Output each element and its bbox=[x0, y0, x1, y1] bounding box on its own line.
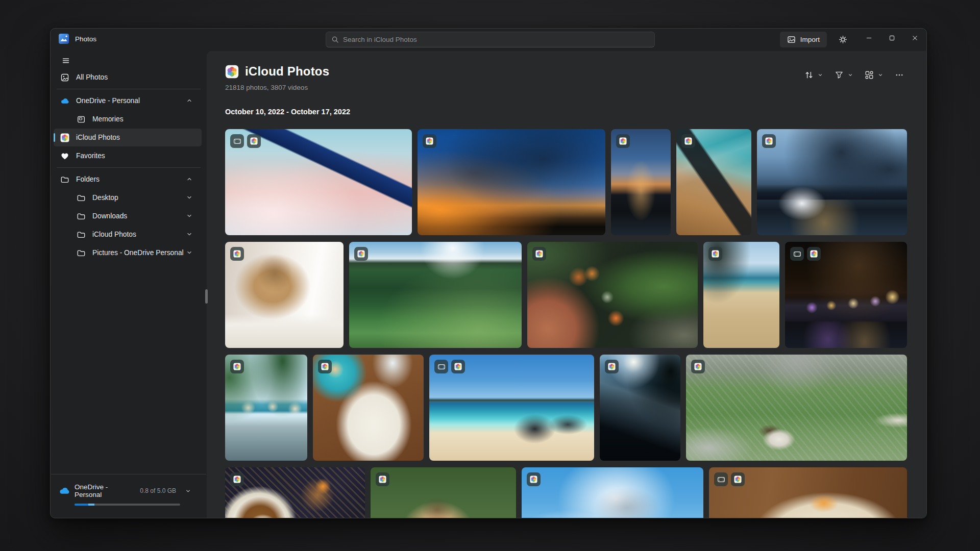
sidebar-item-label: iCloud Photos bbox=[92, 231, 136, 238]
photo-tile[interactable] bbox=[600, 355, 680, 461]
storage-widget: OneDrive - Personal 0.8 of 5.0 GB bbox=[51, 474, 207, 506]
sidebar-item-label: Favorites bbox=[76, 152, 105, 160]
photo-tile[interactable] bbox=[225, 467, 365, 518]
chevron-down-icon bbox=[186, 231, 193, 238]
hamburger-icon bbox=[62, 57, 70, 65]
icloud-badge-icon bbox=[318, 360, 332, 373]
icloud-badge-icon bbox=[762, 134, 776, 148]
sidebar-item-label: Folders bbox=[76, 176, 100, 183]
storage-progress-bar bbox=[75, 504, 180, 506]
photo-badges bbox=[605, 360, 619, 373]
chevron-down-icon bbox=[186, 249, 193, 256]
all-photos-icon bbox=[60, 73, 69, 82]
chevron-down-icon bbox=[817, 72, 823, 78]
sidebar-item-icloud-photos[interactable]: iCloud Photos bbox=[54, 129, 202, 146]
divider bbox=[57, 89, 201, 89]
photo-badges bbox=[230, 472, 244, 486]
chevron-up-icon bbox=[186, 97, 193, 104]
sidebar-item-all-photos[interactable]: All Photos bbox=[54, 68, 202, 86]
photo-tile[interactable] bbox=[418, 129, 605, 235]
search-box[interactable] bbox=[326, 32, 655, 47]
icloud-badge-icon bbox=[605, 360, 619, 373]
sidebar-nav: All PhotosOneDrive - PersonalMemoriesiCl… bbox=[51, 68, 207, 262]
import-label: Import bbox=[800, 36, 820, 43]
maximize-button[interactable] bbox=[880, 29, 903, 47]
photo-tile[interactable] bbox=[225, 355, 307, 461]
video-badge-icon bbox=[790, 247, 804, 261]
video-badge-icon bbox=[434, 360, 448, 373]
chevron-down-icon bbox=[847, 72, 853, 78]
sidebar-item-desktop[interactable]: Desktop bbox=[54, 189, 202, 207]
photo-tile[interactable] bbox=[225, 242, 344, 348]
search-input[interactable] bbox=[343, 36, 649, 43]
chevron-down-icon bbox=[877, 72, 884, 78]
photo-tile[interactable] bbox=[785, 242, 907, 348]
sidebar-item-label: Memories bbox=[92, 115, 124, 123]
icloud-badge-icon bbox=[230, 360, 244, 373]
photo-tile[interactable] bbox=[225, 129, 412, 235]
sort-button[interactable] bbox=[801, 67, 826, 83]
photo-row bbox=[225, 129, 907, 235]
library-counts: 21818 photos, 3807 videos bbox=[225, 84, 308, 91]
maximize-icon bbox=[888, 34, 896, 42]
photo-tile[interactable] bbox=[676, 129, 751, 235]
onedrive-icon bbox=[60, 96, 69, 106]
photo-badges bbox=[708, 247, 722, 261]
photo-badges bbox=[376, 472, 389, 486]
video-badge-icon bbox=[230, 134, 244, 148]
sidebar-item-label: Desktop bbox=[92, 194, 118, 202]
settings-button[interactable] bbox=[832, 32, 853, 47]
minimize-button[interactable] bbox=[857, 29, 880, 47]
photo-tile[interactable] bbox=[349, 242, 522, 348]
icloud-badge-icon bbox=[691, 360, 705, 373]
sidebar-item-memories[interactable]: Memories bbox=[54, 110, 202, 128]
photo-tile[interactable] bbox=[522, 467, 703, 518]
sidebar-item-folders[interactable]: Folders bbox=[54, 170, 202, 188]
memories-icon bbox=[77, 115, 86, 124]
photo-tile[interactable] bbox=[313, 355, 424, 461]
icloud-badge-icon bbox=[376, 472, 389, 486]
sidebar-item-onedrive-personal[interactable]: OneDrive - Personal bbox=[54, 92, 202, 110]
sidebar-item-icloud-photos[interactable]: iCloud Photos bbox=[54, 226, 202, 243]
chevron-down-icon[interactable] bbox=[185, 488, 191, 494]
photo-badges bbox=[681, 134, 695, 148]
icloud-badge-icon bbox=[616, 134, 630, 148]
sidebar-item-downloads[interactable]: Downloads bbox=[54, 207, 202, 225]
icloud-badge-icon bbox=[807, 247, 821, 261]
photos-app-window: Photos Import bbox=[50, 28, 927, 518]
menu-toggle-button[interactable] bbox=[58, 54, 74, 68]
photo-tile[interactable] bbox=[757, 129, 907, 235]
app-title: Photos bbox=[75, 35, 96, 43]
photo-tile[interactable] bbox=[611, 129, 671, 235]
icloud-badge-icon bbox=[527, 472, 541, 486]
sidebar-item-label: All Photos bbox=[76, 73, 108, 81]
import-icon bbox=[787, 35, 796, 44]
sidebar-resize-handle[interactable] bbox=[205, 289, 208, 304]
icloud-badge-icon bbox=[681, 134, 695, 148]
icloud-badge-icon bbox=[354, 247, 368, 261]
photo-badges bbox=[434, 360, 465, 373]
icloud-badge-icon bbox=[708, 247, 722, 261]
photo-tile[interactable] bbox=[709, 467, 907, 518]
layout-button[interactable] bbox=[862, 67, 887, 83]
sidebar-item-favorites[interactable]: Favorites bbox=[54, 147, 202, 165]
filter-button[interactable] bbox=[831, 67, 856, 83]
layout-icon bbox=[865, 70, 874, 80]
photo-tile[interactable] bbox=[371, 467, 516, 518]
photo-tile[interactable] bbox=[686, 355, 907, 461]
photo-badges bbox=[230, 134, 261, 148]
photo-tile[interactable] bbox=[703, 242, 779, 348]
folder-icon bbox=[77, 248, 86, 258]
photo-tile[interactable] bbox=[527, 242, 698, 348]
selection-accent-bar bbox=[54, 133, 55, 142]
more-button[interactable] bbox=[892, 67, 907, 83]
photo-tile[interactable] bbox=[429, 355, 594, 461]
import-button[interactable]: Import bbox=[780, 32, 827, 47]
photo-row bbox=[225, 467, 907, 518]
close-button[interactable] bbox=[903, 29, 926, 47]
sidebar-item-pictures-onedrive-personal[interactable]: Pictures - OneDrive Personal bbox=[54, 244, 202, 262]
chevron-down-icon bbox=[186, 194, 193, 201]
photo-badges bbox=[527, 472, 541, 486]
chevron-down-icon bbox=[186, 212, 193, 219]
more-icon bbox=[895, 70, 904, 80]
